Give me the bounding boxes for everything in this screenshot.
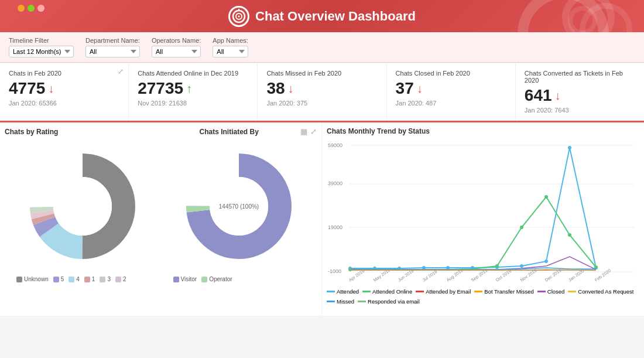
- svg-text:Oct 2019: Oct 2019: [495, 268, 512, 283]
- svg-text:19000: 19000: [328, 224, 342, 230]
- dot-orange: [18, 5, 25, 12]
- svg-point-43: [568, 146, 571, 149]
- kpi-title-4: Chats Converted as Tickets in Feb 2020: [525, 70, 635, 84]
- app-filter-select[interactable]: All: [213, 46, 248, 57]
- dashboard-title: Chat Overview Dashboard: [255, 9, 416, 24]
- svg-point-42: [544, 260, 548, 263]
- legend-attended-email: Attended by Email: [416, 288, 471, 295]
- initiated-legend: Visitor Operator: [167, 274, 238, 285]
- operator-filter-group: Operators Name: All: [152, 37, 201, 57]
- kpi-missed-feb2020: Chats Missed in Feb 2020 38 ↓ Jan 2020: …: [258, 63, 386, 121]
- arrow-down-0: ↓: [48, 82, 54, 96]
- legend-responded-email: Responded via email: [358, 298, 420, 305]
- kpi-value-2: 38 ↓: [266, 79, 377, 98]
- legend-2: 2: [115, 276, 126, 282]
- kpi-value-1: 27735 ↑: [138, 79, 248, 98]
- legend-bot-transfer: Bot Transfer Missed: [474, 288, 533, 295]
- dot-red: [37, 5, 44, 12]
- legend-4: 4: [68, 276, 80, 282]
- svg-point-41: [520, 264, 523, 268]
- app-filter-group: App Names: All: [213, 37, 248, 57]
- operator-filter-label: Operators Name:: [152, 37, 201, 44]
- operator-filter-select[interactable]: All: [152, 46, 201, 57]
- kpi-closed-feb2020: Chats Closed in Feb 2020 37 ↓ Jan 2020: …: [387, 63, 516, 121]
- line-chart-area: 59000 39000 19000 -1000 Apr 2019 May 201…: [327, 138, 637, 285]
- rating-donut: [24, 148, 141, 265]
- kpi-title-1: Chats Attended Online in Dec 2019: [138, 70, 248, 77]
- svg-point-10: [53, 177, 112, 236]
- by-rating-title: Chats by Rating: [5, 128, 58, 136]
- legend-1: 1: [84, 276, 95, 282]
- legend-missed: Missed: [327, 298, 354, 305]
- monthly-trend-title: Chats Monthly Trend by Status: [327, 127, 637, 135]
- kpi-value-4: 641 ↓: [525, 86, 635, 105]
- kpi-title-3: Chats Closed in Feb 2020: [396, 70, 506, 77]
- arrow-up-1: ↑: [186, 82, 192, 96]
- kpi-value-3: 37 ↓: [396, 79, 506, 98]
- chart-icons: ▦ ⤢: [300, 127, 317, 136]
- kpi-value-0: 4775 ↓: [9, 79, 119, 98]
- expand-icon[interactable]: ⤢: [118, 67, 124, 76]
- kpi-chats-feb2020: ⤢ Chats in Feb 2020 4775 ↓ Jan 2020: 653…: [0, 63, 129, 121]
- kpi-attended-dec2019: Chats Attended Online in Dec 2019 27735 …: [129, 63, 258, 121]
- header-icon: [228, 6, 249, 27]
- header-dots: [18, 5, 44, 12]
- svg-text:39000: 39000: [328, 180, 342, 186]
- svg-text:Jul 2019: Jul 2019: [422, 269, 438, 283]
- svg-text:144570 (100%): 144570 (100%): [219, 203, 259, 210]
- legend-3: 3: [100, 276, 111, 282]
- left-charts-panel: Chats by Rating Chats Initiated By ▦ ⤢: [0, 122, 322, 316]
- department-filter-select[interactable]: All: [85, 46, 140, 57]
- rating-legend: Unknown 5 4 1 3: [11, 274, 132, 285]
- legend-5: 5: [53, 276, 64, 282]
- header: Chat Overview Dashboard: [0, 0, 644, 32]
- timeline-filter-label: Timeline Filter: [9, 37, 74, 44]
- legend-attended-online: Attended Online: [362, 288, 412, 295]
- kpi-prev-2: Jan 2020: 375: [266, 100, 377, 107]
- trend-legend: Attended Attended Online Attended by Ema…: [327, 288, 637, 305]
- svg-point-2: [238, 15, 240, 17]
- svg-point-46: [495, 264, 499, 268]
- header-title: Chat Overview Dashboard: [228, 6, 416, 27]
- timeline-filter-group: Timeline Filter Last 12 Month(s): [9, 37, 74, 57]
- kpi-row: ⤢ Chats in Feb 2020 4775 ↓ Jan 2020: 653…: [0, 63, 644, 122]
- legend-visitor: Visitor: [173, 276, 197, 282]
- kpi-title-0: Chats in Feb 2020: [9, 70, 119, 77]
- bar-chart-icon[interactable]: ▦: [300, 127, 307, 136]
- kpi-prev-0: Jan 2020: 65366: [9, 100, 119, 107]
- filters-bar: Timeline Filter Last 12 Month(s) Departm…: [0, 32, 644, 63]
- legend-operator: Operator: [201, 276, 232, 282]
- department-filter-label: Department Name:: [85, 37, 140, 44]
- kpi-title-2: Chats Missed in Feb 2020: [266, 70, 377, 77]
- svg-point-50: [594, 265, 598, 269]
- svg-point-47: [520, 226, 523, 229]
- charts-row: Chats by Rating Chats Initiated By ▦ ⤢: [0, 122, 644, 316]
- right-chart-panel: Chats Monthly Trend by Status 59000 3900…: [322, 122, 644, 316]
- dot-green: [28, 5, 35, 12]
- svg-text:59000: 59000: [328, 142, 342, 148]
- kpi-prev-3: Jan 2020: 487: [396, 100, 506, 107]
- timeline-filter-select[interactable]: Last 12 Month(s): [9, 46, 74, 57]
- kpi-prev-4: Jan 2020: 7643: [525, 107, 635, 114]
- left-charts-header: Chats by Rating Chats Initiated By ▦ ⤢: [5, 127, 317, 136]
- arrow-down-3: ↓: [417, 82, 423, 96]
- arrow-down-4: ↓: [555, 89, 561, 103]
- department-filter-group: Department Name: All: [85, 37, 140, 57]
- svg-text:-1000: -1000: [328, 268, 341, 274]
- initiated-by-title: Chats Initiated By: [199, 128, 258, 136]
- kpi-prev-1: Nov 2019: 21638: [138, 100, 248, 107]
- legend-unknown: Unknown: [16, 276, 49, 282]
- svg-text:Feb 2020: Feb 2020: [594, 268, 612, 283]
- legend-converted: Converted As Request: [568, 288, 633, 295]
- arrow-down-2: ↓: [288, 82, 294, 96]
- kpi-tickets-feb2020: Chats Converted as Tickets in Feb 2020 6…: [516, 63, 644, 121]
- initiated-donut: 144570 (100%): [180, 148, 297, 265]
- donut-area: 144570 (100%): [5, 139, 317, 274]
- legend-attended: Attended: [327, 288, 359, 295]
- svg-point-49: [568, 233, 571, 237]
- app-filter-label: App Names:: [213, 37, 248, 44]
- expand-chart-icon[interactable]: ⤢: [310, 127, 317, 136]
- legend-closed: Closed: [537, 288, 565, 295]
- svg-point-48: [544, 195, 548, 199]
- legends-row: Unknown 5 4 1 3: [5, 274, 317, 285]
